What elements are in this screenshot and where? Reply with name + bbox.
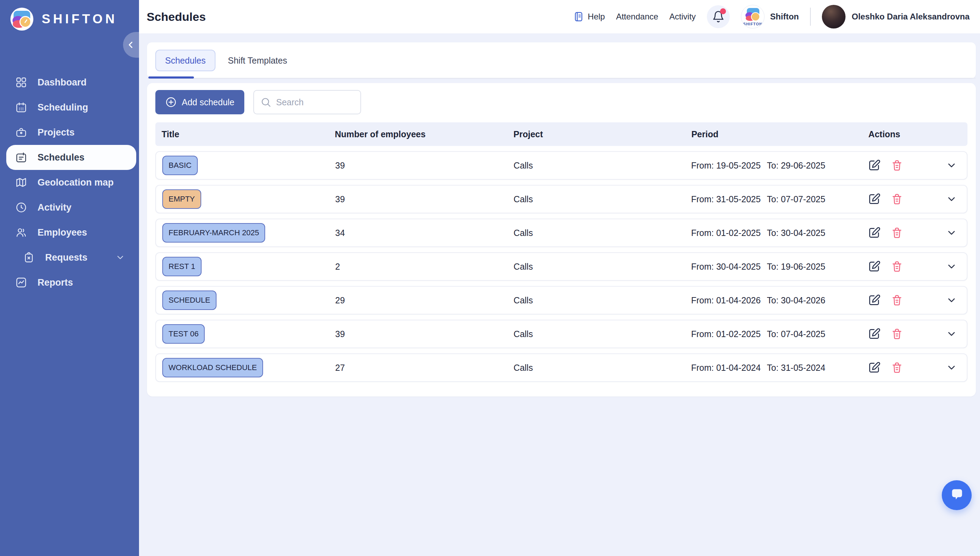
active-tab-indicator <box>149 76 194 79</box>
period-from: From: 01-04-2026 <box>691 296 767 305</box>
schedule-title-badge[interactable]: REST 1 <box>162 257 202 276</box>
search-input[interactable] <box>276 97 354 107</box>
sidebar-item-label: Scheduling <box>37 102 88 113</box>
search-icon <box>260 97 271 108</box>
delete-button[interactable] <box>891 328 903 340</box>
chat-bubble-icon <box>949 487 965 503</box>
company-menu[interactable]: SHIFTON Shifton <box>741 5 799 29</box>
sidebar-item-dashboard[interactable]: Dashboard <box>0 70 139 95</box>
sidebar-menu: Dashboard Scheduling Projects Schedules <box>0 70 139 295</box>
sidebar-item-label: Projects <box>37 127 75 138</box>
user-menu[interactable]: Oleshko Daria Aleksandrovna <box>822 5 970 29</box>
column-project: Project <box>513 129 691 139</box>
notifications-button[interactable] <box>707 5 730 28</box>
period-to: To: 30-04-2025 <box>767 228 825 238</box>
sidebar-item-label: Geolocation map <box>37 177 114 188</box>
project-name: Calls <box>513 160 691 171</box>
delete-button[interactable] <box>891 361 903 374</box>
table-row: EMPTY 39 Calls From: 31-05-2025 To: 07-0… <box>155 185 967 213</box>
expand-row-button[interactable] <box>946 328 957 339</box>
edit-button[interactable] <box>868 361 881 374</box>
sidebar-item-reports[interactable]: Reports <box>0 270 139 295</box>
main-area: Schedules Help Attendance Activity <box>139 0 980 556</box>
expand-row-button[interactable] <box>946 227 957 238</box>
sidebar-item-scheduling[interactable]: Scheduling <box>0 95 139 120</box>
tab-schedules[interactable]: Schedules <box>155 50 215 71</box>
period-from: From: 30-04-2025 <box>691 262 767 272</box>
chat-button[interactable] <box>942 480 972 510</box>
column-actions: Actions <box>869 129 967 139</box>
user-avatar <box>822 5 846 29</box>
brand-logo[interactable]: SHIFTON <box>0 0 139 31</box>
delete-button[interactable] <box>891 226 903 239</box>
attendance-link[interactable]: Attendance <box>616 12 658 21</box>
expand-row-button[interactable] <box>946 160 957 171</box>
search-box <box>253 90 361 114</box>
schedule-title-badge[interactable]: EMPTY <box>162 189 201 209</box>
edit-button[interactable] <box>868 192 881 206</box>
sidebar-item-geolocation-map[interactable]: Geolocation map <box>0 170 139 195</box>
calendar-icon <box>15 102 27 113</box>
delete-button[interactable] <box>891 159 903 172</box>
period-to: To: 19-06-2025 <box>767 262 825 272</box>
sidebar-item-label: Activity <box>37 202 72 213</box>
sidebar-item-label: Dashboard <box>37 77 87 88</box>
delete-button[interactable] <box>891 193 903 205</box>
clipboard-x-icon <box>23 252 35 263</box>
schedule-icon <box>15 152 27 163</box>
add-schedule-label: Add schedule <box>182 97 234 107</box>
project-name: Calls <box>513 296 691 305</box>
edit-button[interactable] <box>868 260 881 273</box>
schedule-title-badge[interactable]: BASIC <box>162 156 198 175</box>
sidebar-item-employees[interactable]: Employees <box>0 220 139 245</box>
expand-row-button[interactable] <box>946 295 957 306</box>
table-row: FEBRUARY-MARCH 2025 34 Calls From: 01-02… <box>155 218 967 247</box>
toolbar: Add schedule <box>155 90 967 114</box>
delete-button[interactable] <box>891 260 903 273</box>
schedule-title-badge[interactable]: TEST 06 <box>162 324 205 344</box>
edit-button[interactable] <box>868 327 881 341</box>
table-row: TEST 06 39 Calls From: 01-02-2025 To: 07… <box>155 320 967 348</box>
clock-icon <box>15 202 27 213</box>
period-from: From: 19-05-2025 <box>691 160 767 171</box>
attendance-label: Attendance <box>616 12 658 21</box>
schedule-title-badge[interactable]: FEBRUARY-MARCH 2025 <box>162 223 265 242</box>
schedule-title-badge[interactable]: SCHEDULE <box>162 291 216 310</box>
sidebar-item-requests[interactable]: Requests <box>0 245 139 270</box>
project-name: Calls <box>513 329 691 339</box>
activity-label: Activity <box>669 12 696 21</box>
period-from: From: 01-04-2024 <box>691 363 767 373</box>
tab-bar: Schedules Shift Templates <box>147 42 976 79</box>
user-name: Oleshko Daria Aleksandrovna <box>852 12 970 21</box>
expand-row-button[interactable] <box>946 362 957 373</box>
brand-name: SHIFTON <box>42 12 118 26</box>
schedules-card: Add schedule Title Number of employees P… <box>147 83 976 396</box>
employees-count: 39 <box>335 194 513 204</box>
sidebar-item-schedules[interactable]: Schedules <box>6 145 136 170</box>
employees-count: 39 <box>335 329 513 339</box>
edit-button[interactable] <box>868 159 881 172</box>
sidebar-item-activity[interactable]: Activity <box>0 195 139 220</box>
expand-row-button[interactable] <box>946 194 957 205</box>
schedule-title-badge[interactable]: WORKLOAD SCHEDULE <box>162 358 263 377</box>
table-row: SCHEDULE 29 Calls From: 01-04-2026 To: 3… <box>155 286 967 315</box>
table-row: REST 1 2 Calls From: 30-04-2025 To: 19-0… <box>155 252 967 281</box>
employees-count: 27 <box>335 363 513 373</box>
map-icon <box>15 176 27 188</box>
help-link[interactable]: Help <box>573 11 605 22</box>
activity-link[interactable]: Activity <box>669 12 696 21</box>
delete-button[interactable] <box>891 294 903 307</box>
sidebar-item-projects[interactable]: Projects <box>0 120 139 145</box>
edit-button[interactable] <box>868 226 881 239</box>
edit-button[interactable] <box>868 294 881 307</box>
sidebar: SHIFTON Dashboard Scheduling Projects <box>0 0 139 556</box>
notification-dot <box>720 8 726 14</box>
page-title: Schedules <box>147 10 206 24</box>
add-schedule-button[interactable]: Add schedule <box>155 90 244 114</box>
sidebar-item-label: Schedules <box>37 152 84 163</box>
employees-count: 29 <box>335 296 513 305</box>
employees-count: 39 <box>335 160 513 171</box>
tab-shift-templates[interactable]: Shift Templates <box>228 56 287 66</box>
expand-row-button[interactable] <box>946 261 957 272</box>
sidebar-collapse-button[interactable] <box>123 32 139 58</box>
